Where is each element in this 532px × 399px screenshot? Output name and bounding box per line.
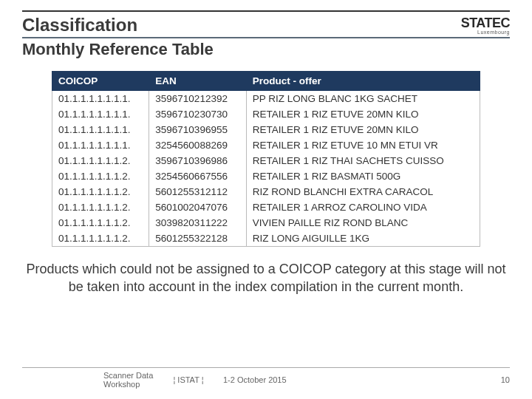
- logo-sub: Luxembourg: [461, 30, 510, 35]
- reference-table: COICOP EAN Product - offer 01.1.1.1.1.1.…: [52, 71, 480, 247]
- footer: Scanner Data Workshop ¦ ISTAT ¦ 1-2 Octo…: [0, 367, 532, 389]
- table-cell: 01.1.1.1.1.1.1.2.: [52, 200, 149, 215]
- table-cell: RETAILER 1 ARROZ CAROLINO VIDA: [246, 200, 480, 215]
- table-row: 01.1.1.1.1.1.1.1.3596710212392PP RIZ LON…: [52, 91, 480, 107]
- footer-left: Scanner Data Workshop: [22, 371, 163, 389]
- col-ean: EAN: [149, 72, 246, 91]
- table-cell: RETAILER 1 RIZ ETUVE 10 MN ETUI VR: [246, 137, 480, 153]
- table-row: 01.1.1.1.1.1.1.2.5601002047076RETAILER 1…: [52, 200, 480, 215]
- table-cell: VIVIEN PAILLE RIZ ROND BLANC: [246, 215, 480, 231]
- table-cell: 01.1.1.1.1.1.1.2.: [52, 184, 149, 200]
- subtitle: Monthly Reference Table: [0, 38, 532, 66]
- footer-mid: ¦ ISTAT ¦: [163, 375, 214, 384]
- table-cell: 01.1.1.1.1.1.1.1.: [52, 122, 149, 137]
- table-cell: 3254560088269: [149, 137, 246, 153]
- table-cell: PP RIZ LONG BLANC 1KG SACHET: [246, 91, 480, 107]
- table-cell: 01.1.1.1.1.1.1.2.: [52, 153, 149, 168]
- table-cell: RETAILER 1 RIZ BASMATI 500G: [246, 168, 480, 184]
- note-text: Products which could not be assigned to …: [0, 247, 532, 296]
- table-cell: RETAILER 1 RIZ ETUVE 20MN KILO: [246, 122, 480, 137]
- table-cell: 3596710230730: [149, 106, 246, 122]
- page-title: Classification: [22, 15, 137, 35]
- table-cell: 3596710396955: [149, 122, 246, 137]
- logo: STATEC Luxembourg: [461, 16, 510, 35]
- table-cell: 01.1.1.1.1.1.1.1.: [52, 137, 149, 153]
- table-cell: 3596710396986: [149, 153, 246, 168]
- table-cell: 5601002047076: [149, 200, 246, 215]
- table-row: 01.1.1.1.1.1.1.2.5601255322128RIZ LONG A…: [52, 231, 480, 247]
- table-cell: 01.1.1.1.1.1.1.1.: [52, 91, 149, 107]
- table-cell: RIZ LONG AIGUILLE 1KG: [246, 231, 480, 247]
- table-cell: 3596710212392: [149, 91, 246, 107]
- table-row: 01.1.1.1.1.1.1.2.3039820311222VIVIEN PAI…: [52, 215, 480, 231]
- footer-right: 1-2 October 2015: [214, 375, 488, 384]
- logo-main: STATEC: [461, 16, 510, 30]
- table-cell: 5601255322128: [149, 231, 246, 247]
- table-cell: RIZ ROND BLANCHI EXTRA CARACOL: [246, 184, 480, 200]
- table-cell: 3039820311222: [149, 215, 246, 231]
- header: Classification STATEC Luxembourg: [0, 12, 532, 37]
- footer-rule: [22, 367, 510, 368]
- table-row: 01.1.1.1.1.1.1.1.3596710396955RETAILER 1…: [52, 122, 480, 137]
- table-row: 01.1.1.1.1.1.1.2.3254560667556RETAILER 1…: [52, 168, 480, 184]
- table-cell: RETAILER 1 RIZ ETUVE 20MN KILO: [246, 106, 480, 122]
- table-cell: 01.1.1.1.1.1.1.1.: [52, 106, 149, 122]
- table-cell: RETAILER 1 RIZ THAI SACHETS CUISSO: [246, 153, 480, 168]
- table-row: 01.1.1.1.1.1.1.2.3596710396986RETAILER 1…: [52, 153, 480, 168]
- table-cell: 3254560667556: [149, 168, 246, 184]
- table-row: 01.1.1.1.1.1.1.1.3254560088269RETAILER 1…: [52, 137, 480, 153]
- table-row: 01.1.1.1.1.1.1.2.5601255312112RIZ ROND B…: [52, 184, 480, 200]
- table-row: 01.1.1.1.1.1.1.1.3596710230730RETAILER 1…: [52, 106, 480, 122]
- reference-table-wrap: COICOP EAN Product - offer 01.1.1.1.1.1.…: [52, 71, 480, 247]
- footer-page-number: 10: [488, 375, 510, 384]
- col-product: Product - offer: [246, 72, 480, 91]
- col-coicop: COICOP: [52, 72, 149, 91]
- table-cell: 5601255312112: [149, 184, 246, 200]
- table-cell: 01.1.1.1.1.1.1.2.: [52, 231, 149, 247]
- table-cell: 01.1.1.1.1.1.1.2.: [52, 168, 149, 184]
- table-cell: 01.1.1.1.1.1.1.2.: [52, 215, 149, 231]
